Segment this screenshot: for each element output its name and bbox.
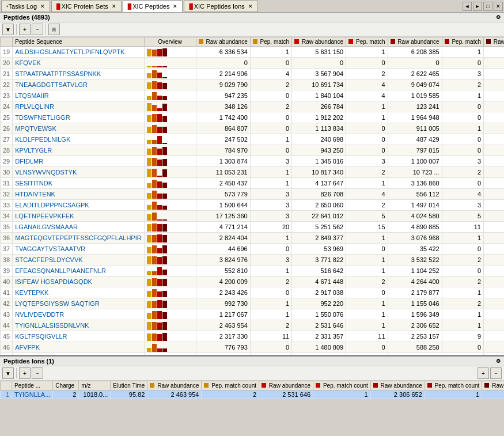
peptide-sequence[interactable]: TDSWFNETLIGGR [13,112,144,123]
ions-col-peptide[interactable]: Peptide ... [12,381,53,390]
nav-left-btn[interactable]: ◄ [463,2,472,11]
peptide-sequence[interactable]: STPAATPAATPTPSSASPNKK [13,69,144,79]
tab-peptides-ions[interactable]: █ XIC Peptides Ions ✕ [184,1,257,12]
tab-xic-peptides[interactable]: █ XIC Peptides ✕ [123,1,183,12]
peptide-row[interactable]: 29 DFIDLMR 1 303 874 3 1 345 016 3 1 100… [1,156,505,167]
col-raw4-header[interactable]: Raw abundance [484,37,505,47]
col-raw1-header[interactable]: Raw abundance [196,37,250,47]
ions-table-container[interactable]: Peptide ... Charge m/z Elution Time [0,381,504,436]
peptide-row[interactable]: 19 AILDSIHGSLANETYETLPIFNLQVPTK 6 336 53… [1,47,505,58]
ions-col-raw3[interactable]: Raw abundance [370,381,425,390]
peptide-sequence[interactable]: KFQVEK [13,58,144,69]
peptide-sequence[interactable]: LTQSMAIIR [13,90,144,101]
peptide-sequence[interactable]: NVLIVDEVDDTR [13,309,144,320]
peptide-row[interactable]: 33 ELADITLDPPPNCSAGPK 1 500 644 3 2 650 … [1,200,505,211]
ions-col-raw2[interactable]: Raw abundance [259,381,313,390]
peptide-sequence[interactable]: LQETNPEEVPKFEK [13,211,144,222]
tab-tasks-log[interactable]: ▪ Tasks Log ✕ [1,1,50,12]
peptide-sequence[interactable]: TYIGNLLALSISSDNLVNK [13,320,144,331]
tab-protein-sets[interactable]: █ XIC Protein Sets ✕ [51,1,122,12]
peptide-row[interactable]: 40 ISIFEAV HGSAPDIAGQDK 4 200 009 2 4 67… [1,276,505,287]
ions-zoom-out-btn[interactable]: − [32,367,43,379]
peptide-row[interactable]: 22 TNEAAGDGTTSATVLGR 9 029 790 2 10 691 … [1,79,505,90]
peptide-sequence[interactable]: RPLVLQLINR [13,101,144,112]
peptide-row[interactable]: 23 LTQSMAIIR 947 235 0 1 840 104 4 1 019… [1,90,505,101]
peptide-sequence[interactable]: LYQTEPSGIYSSW SAQTIGR [13,298,144,309]
col-overview-header[interactable]: Overview [144,37,196,47]
ions-col-pep2[interactable]: Pep. match count [313,381,371,390]
peptide-sequence[interactable]: AILDSIHGSLANETYETLPIFNLQVPTK [13,47,144,58]
peptide-sequence[interactable]: ELADITLDPPPNCSAGPK [13,200,144,211]
ions-plus-btn[interactable]: + [478,367,489,379]
peptide-sequence[interactable]: AFVFPK [13,342,144,353]
peptide-sequence[interactable]: KPVLTYGLR [13,145,144,156]
peptide-sequence[interactable]: NFNDPEVQADMK [13,353,144,355]
col-raw3-header[interactable]: Raw abundance [388,37,442,47]
tab-ions-close[interactable]: ✕ [248,3,253,9]
peptide-row[interactable]: 38 STCACFEPSLDYCVVK 3 824 976 3 3 771 82… [1,255,505,266]
peptide-row[interactable]: 39 EFEAGSQNANLLPIAANEFNLR 552 810 1 516 … [1,266,505,276]
peptide-sequence[interactable]: KGLTPSQIGVLLR [13,331,144,342]
peptide-sequence[interactable]: DFIDLMR [13,156,144,167]
filter-icon[interactable]: ▼ [2,24,14,35]
peptide-row[interactable]: 30 VLNSYWVNQDSTYK 11 053 231 1 10 817 34… [1,167,505,178]
peptide-row[interactable]: 21 STPAATPAATPTPSSASPNKK 2 214 906 4 3 5… [1,69,505,79]
peptide-row[interactable]: 32 HTDAIVTENK 573 779 3 826 708 4 556 11… [1,189,505,200]
ion-peptide[interactable]: TYIGNLLA... [12,390,53,399]
peptide-row[interactable]: 28 KPVLTYGLR 784 970 0 943 250 0 797 015… [1,145,505,156]
peptide-sequence[interactable]: VLNSYWVNQDSTYK [13,167,144,178]
peptide-row[interactable]: 20 KFQVEK 0 0 0 0 0 0 0 0 [1,58,505,69]
col-pep3-header[interactable]: Pep. match [442,37,483,47]
zoom-out-btn[interactable]: − [32,24,43,35]
ions-col-raw4[interactable]: Raw abundance [482,381,504,390]
col-sequence-header[interactable]: Peptide Sequence [13,37,144,47]
peptide-sequence[interactable]: MAGTEQGVTEPEPTFSSCFGQPFLALHPIR [13,233,144,244]
peptide-sequence[interactable]: EFEAGSQNANLLPIAANEFNLR [13,266,144,276]
tab-protein-close[interactable]: ✕ [112,3,116,9]
peptide-sequence[interactable]: TVAGGAYTVSTAAATVR [13,244,144,255]
peptide-sequence[interactable]: ISIFEAV HGSAPDIAGQDK [13,276,144,287]
ions-settings-icon[interactable]: ⚙ [496,358,501,364]
peptide-sequence[interactable]: HTDAIVTENK [13,189,144,200]
ions-col-elution[interactable]: Elution Time [111,381,147,390]
ions-filter-btn[interactable]: ▼ [2,367,14,379]
peptide-row[interactable]: 27 KLDLFPEDLNILGK 247 502 1 240 698 0 48… [1,134,505,145]
col-raw2-header[interactable]: Raw abundance [292,37,346,47]
export-btn[interactable]: ⎘ [48,24,60,35]
ions-row[interactable]: 1 TYIGNLLA... 2 1018.0... 95.82 2 463 95… [1,390,505,399]
ions-col-charge[interactable]: Charge [53,381,79,390]
peptide-row[interactable]: 37 TVAGGAYTVSTAAATVR 44 696 0 53 969 0 3… [1,244,505,255]
ions-col-raw1[interactable]: Raw abundance [147,381,202,390]
ions-col-pep1[interactable]: Pep. match count [202,381,259,390]
peptide-sequence[interactable]: MPQTVEWSK [13,123,144,134]
peptide-sequence[interactable]: STCACFEPSLDYCVVK [13,255,144,266]
ions-col-pep3[interactable]: Pep. match count [425,381,482,390]
peptide-sequence[interactable]: LGANAILGVSMAAAR [13,222,144,233]
peptide-sequence[interactable]: TNEAAGDGTTSATVLGR [13,79,144,90]
peptide-row[interactable]: 35 LGANAILGVSMAAAR 4 771 214 20 5 251 56… [1,222,505,233]
col-pep1-header[interactable]: Pep. match [250,37,291,47]
nav-right-btn[interactable]: ► [473,2,482,11]
peptide-row[interactable]: 45 KGLTPSQIGVLLR 2 317 330 11 2 331 357 … [1,331,505,342]
ions-minus-btn[interactable]: − [490,367,502,379]
peptide-row[interactable]: 41 KEVTEPKK 2 243 426 0 2 917 038 0 2 17… [1,287,505,298]
peptide-sequence[interactable]: KEVTEPKK [13,287,144,298]
peptide-row[interactable]: 24 RPLVLQLINR 348 126 2 266 784 1 123 24… [1,101,505,112]
peptide-row[interactable]: 31 SESITITNDK 2 450 437 1 4 137 647 1 3 … [1,178,505,189]
ions-col-mz[interactable]: m/z [79,381,111,390]
peptide-row[interactable]: 36 MAGTEQGVTEPEPTFSSCFGQPFLALHPIR 2 824 … [1,233,505,244]
close-btn[interactable]: ✕ [494,2,503,11]
peptide-sequence[interactable]: SESITITNDK [13,178,144,189]
restore-btn[interactable]: □ [483,2,492,11]
peptide-row[interactable]: 42 LYQTEPSGIYSSW SAQTIGR 992 730 1 952 2… [1,298,505,309]
peptide-row[interactable]: 47 NFNDPEVQADMK 8 504 970 2 9 467 624 2 … [1,353,505,355]
peptide-sequence[interactable]: KLDLFPEDLNILGK [13,134,144,145]
peptide-row[interactable]: 46 AFVFPK 776 793 0 1 480 809 0 588 258 … [1,342,505,353]
peptide-row[interactable]: 25 TDSWFNETLIGGR 1 742 400 0 1 912 202 1… [1,112,505,123]
panel-settings-icon[interactable]: ⚙ [496,14,501,20]
col-pep2-header[interactable]: Pep. match [346,37,388,47]
zoom-in-btn[interactable]: + [19,24,31,35]
tab-peptides-close[interactable]: ✕ [173,3,177,9]
peptide-row[interactable]: 26 MPQTVEWSK 864 807 0 1 113 834 0 911 0… [1,123,505,134]
peptide-row[interactable]: 43 NVLIVDEVDDTR 1 217 067 1 1 550 076 1 … [1,309,505,320]
